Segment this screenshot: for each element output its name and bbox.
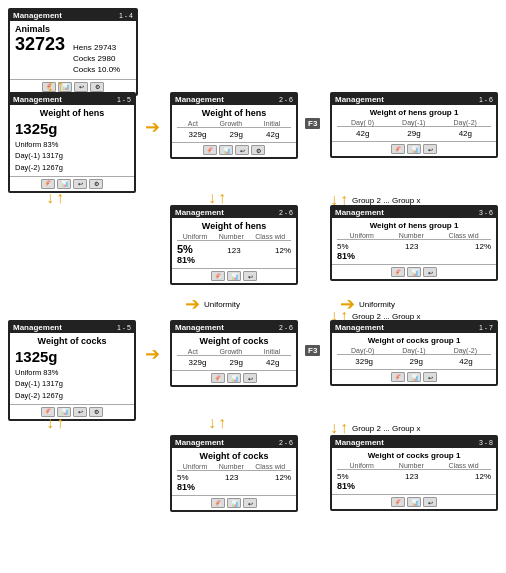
col-number: Number [219, 233, 244, 240]
arrow-down-3[interactable]: ↓ [208, 190, 216, 206]
icon-btn-11b[interactable]: 📊 [407, 497, 421, 507]
icon-btn-8b[interactable]: 📊 [227, 373, 241, 383]
arrow-down-7[interactable]: ↓ [46, 415, 54, 431]
unif-pct-group: 5% [177, 243, 193, 255]
screen-footer-10: 🐔 📊 ↩ [172, 495, 296, 510]
icon-btn-10b[interactable]: 📊 [227, 498, 241, 508]
unif-classwid: 12% [275, 246, 291, 255]
cocks-g1-header: Day(-0) Day(-1) Day(-2) [337, 347, 491, 355]
icon-btn-1d[interactable]: ⚙ [90, 82, 104, 92]
icon-btn-11c[interactable]: ↩ [423, 497, 437, 507]
arrow-up-3[interactable]: ↑ [218, 190, 226, 206]
arrow-up-7[interactable]: ↑ [56, 415, 64, 431]
arrow-right-cocks[interactable]: ➔ [145, 345, 160, 363]
icon-btn-5c[interactable]: ↩ [243, 271, 257, 281]
icon-btn-6b[interactable]: 📊 [407, 267, 421, 277]
screen-body-7: Weight of cocks 1325g Uniform 83% Day(-1… [10, 333, 134, 404]
icon-btn-11a[interactable]: 🐔 [391, 497, 405, 507]
uniformity-label-hens: Uniformity [204, 300, 240, 309]
arrow-right-1[interactable]: ➔ [145, 118, 160, 136]
icon-btn-9b[interactable]: 📊 [407, 372, 421, 382]
col-classwid: Class wid [255, 233, 285, 240]
arrow-down-8[interactable]: ↓ [208, 415, 216, 431]
icon-btn-4b[interactable]: 📊 [407, 144, 421, 154]
icon-btn-7d[interactable]: ⚙ [89, 407, 103, 417]
arrow-up-2[interactable]: ↑ [56, 190, 64, 206]
screen-body-9: Weight of cocks group 1 Day(-0) Day(-1) … [332, 333, 496, 369]
icon-btn-8c[interactable]: ↩ [243, 373, 257, 383]
cocks-title: Weight of cocks [15, 336, 129, 346]
screen-header-5: Management 2 - 6 [172, 207, 296, 218]
icon-btn-10c[interactable]: ↩ [243, 498, 257, 508]
screen-hens-growth: Management 2 - 6 Weight of hens Act Grow… [170, 92, 298, 159]
icon-btn-2b[interactable]: 📊 [57, 179, 71, 189]
cocks-uniform: Uniform 83% [15, 367, 129, 378]
cg1-unif-pct: 5% [337, 472, 349, 481]
cocks-uniform-val: 83% [43, 368, 58, 377]
cocks-unif-title: Weight of cocks [177, 451, 291, 461]
hens-unif-header: Uniform Number Class wid [177, 233, 291, 241]
cocks-initial-val: 42g [266, 358, 279, 367]
main-container: Management 1 - 4 Animals 32723 Hens 2974… [0, 0, 506, 573]
icon-btn-4a[interactable]: 🐔 [391, 144, 405, 154]
arrow-up-8[interactable]: ↑ [218, 415, 226, 431]
icon-btn-5a[interactable]: 🐔 [211, 271, 225, 281]
icon-btn-7c[interactable]: ↩ [73, 407, 87, 417]
cocks-g1-unif-data: 5% 123 12% [337, 472, 491, 481]
app-title-11: Management [335, 438, 384, 447]
cocks-growth-title: Weight of cocks [177, 336, 291, 346]
arrow-down-2[interactable]: ↓ [46, 190, 54, 206]
g1-number: 123 [405, 242, 418, 251]
icon-btn-2c[interactable]: ↩ [73, 179, 87, 189]
hens-g1-v1: 29g [407, 129, 420, 138]
icon-btn-2d[interactable]: ⚙ [89, 179, 103, 189]
unif-number: 123 [227, 246, 240, 255]
hens-g1-header: Day( 0) Day(-1) Day(-2) [337, 119, 491, 127]
cocks-label: Cocks [73, 54, 95, 63]
icon-btn-9a[interactable]: 🐔 [391, 372, 405, 382]
hens-g1-v0: 42g [356, 129, 369, 138]
icon-btn-5b[interactable]: 📊 [227, 271, 241, 281]
screen-header-9: Management 1 - 7 [332, 322, 496, 333]
icon-btn-3b[interactable]: 📊 [219, 145, 233, 155]
app-title-9: Management [335, 323, 384, 332]
col-cw-6: Class wid [449, 232, 479, 239]
cocks-weight: 1325g [15, 348, 58, 365]
screen-body-1: Animals 32723 Hens 29743 Cocks 2980 Cock… [10, 21, 136, 79]
icon-btn-3a[interactable]: 🐔 [203, 145, 217, 155]
col-day2: Day(-2) [454, 119, 477, 126]
icon-btn-3c[interactable]: ↩ [235, 145, 249, 155]
cg1-number: 123 [405, 472, 418, 481]
icon-btn-2a[interactable]: 🐔 [41, 179, 55, 189]
cocks-pct-val: 10.0% [98, 65, 121, 74]
page-num-1: 1 - 4 [119, 12, 133, 19]
arrow-up-g2s9[interactable]: ↑ [340, 420, 348, 436]
screen-cocks-growth: Management 2 - 6 Weight of cocks Act Gro… [170, 320, 298, 387]
screen-hens-main: Management 1 - 5 Weight of hens 1325g Un… [8, 92, 136, 193]
icon-btn-3d[interactable]: ⚙ [251, 145, 265, 155]
nav-down-s3: ↓ ↑ [208, 190, 226, 206]
screen-header-7: Management 1 - 5 [10, 322, 134, 333]
cocks-pct-label: Cocks [73, 65, 95, 74]
hens-title: Weight of hens [15, 108, 129, 118]
icon-btn-6c[interactable]: ↩ [423, 267, 437, 277]
icon-btn-10a[interactable]: 🐔 [211, 498, 225, 508]
screen-header-11: Management 3 - 8 [332, 437, 496, 448]
screen-header-10: Management 2 - 6 [172, 437, 296, 448]
icon-btn-4c[interactable]: ↩ [423, 144, 437, 154]
cocks-g1-title: Weight of cocks group 1 [337, 336, 491, 345]
col-growth-8: Growth [220, 348, 243, 355]
icon-btn-1c[interactable]: ↩ [74, 82, 88, 92]
cocks-classwid: 12% [275, 473, 291, 482]
hens-label: Hens [73, 43, 92, 52]
icon-btn-9c[interactable]: ↩ [423, 372, 437, 382]
icon-btn-8a[interactable]: 🐔 [211, 373, 225, 383]
app-title-10: Management [175, 438, 224, 447]
col-unif-11: Uniform [349, 462, 374, 469]
arrow-down-g2s9[interactable]: ↓ [330, 420, 338, 436]
icon-btn-6a[interactable]: 🐔 [391, 267, 405, 277]
cocks-day1-val: 1317g [42, 379, 63, 388]
arrow-right-unif-h[interactable]: ➔ [185, 295, 200, 313]
cocks-g1-sub-pct: 81% [337, 481, 491, 491]
cocks-unif-data: 5% 123 12% [177, 473, 291, 482]
